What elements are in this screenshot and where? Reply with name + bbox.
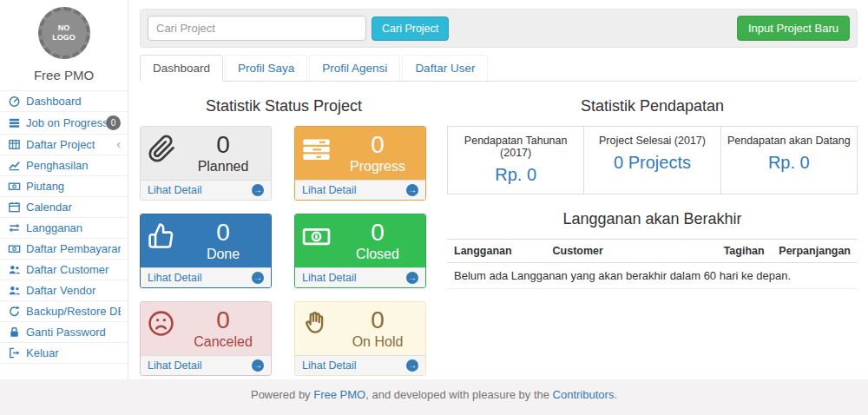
onhold-detail-link[interactable]: Lihat Detail [295,355,425,375]
sidebar-item-ganti-password[interactable]: Ganti Password [0,322,128,343]
sidebar-item-label: Backup/Restore DB [26,305,121,318]
closed-detail-link[interactable]: Lihat Detail [295,267,425,287]
tab-profil-agensi[interactable]: Profil Agensi [309,55,400,81]
empty-subscription-message: Belum ada Langganan yang akan berakhir d… [447,263,858,289]
status-card-canceled: 0 Canceled Lihat Detail [140,301,272,376]
planned-detail-link[interactable]: Lihat Detail [141,180,271,200]
sidebar-menu: Dashboard Job on Progress 0 Daftar Proje… [0,90,128,364]
logo-container: NO LOGO [0,0,128,59]
tab-dashboard[interactable]: Dashboard [140,55,223,82]
arrow-circle-right-icon [406,359,418,372]
footer-text-middle: , and developed with pleasure by the [365,388,552,401]
progress-detail-link[interactable]: Lihat Detail [295,180,425,200]
subscription-table: Langganan Customer Tagihan Perpanjangan … [447,239,858,289]
arrow-circle-right-icon [252,184,264,196]
angle-left-icon [116,138,121,151]
sidebar: NO LOGO Free PMO Dashboard Job on Progre… [0,0,128,379]
sidebar-item-daftar-vendor[interactable]: Daftar Vendor [0,280,128,301]
tasks-icon [8,117,22,129]
page-footer: Powered by Free PMO, and developed with … [0,379,868,415]
column-header-customer: Customer [546,240,702,263]
status-cards-grid: 0 Planned Lihat Detail [140,126,428,376]
refresh-icon [8,306,22,318]
new-project-button[interactable]: Input Project Baru [737,16,850,41]
sidebar-item-penghasilan[interactable]: Penghasilan [0,155,128,176]
sidebar-item-label: Daftar Pembayaran [26,242,121,255]
detail-link-label: Lihat Detail [148,272,202,284]
onhold-label: On Hold [337,333,418,350]
sidebar-item-daftar-project[interactable]: Daftar Project [0,135,128,155]
income-section-title: Statistik Pendapatan [447,97,858,115]
thumbs-up-icon [148,220,182,264]
dashboard-icon [8,96,22,108]
sidebar-item-label: Langganan [26,221,121,234]
contributors-link[interactable]: Contributors [553,388,615,401]
table-icon [8,139,22,151]
income-section: Statistik Pendapatan Pendapatan Tahunan … [428,87,858,376]
canceled-detail-link[interactable]: Lihat Detail [141,355,271,375]
stat-label: Pendapatan akan Datang [727,135,852,147]
income-stats-table: Pendapatan Tahunan (2017) Rp. 0 Project … [447,126,858,194]
column-header-tagihan: Tagihan [701,240,771,263]
closed-label: Closed [337,246,418,262]
sidebar-item-daftar-pembayaran[interactable]: Daftar Pembayaran [0,239,128,260]
sidebar-item-calendar[interactable]: Calendar [0,197,128,218]
users-icon [8,285,22,297]
search-button[interactable]: Cari Project [372,16,449,41]
tasks-icon [302,132,337,176]
paperclip-icon [148,132,182,176]
done-label: Done [182,246,264,262]
status-card-closed: 0 Closed Lihat Detail [294,214,426,288]
brand-name: Free PMO [0,68,128,82]
canceled-count: 0 [182,307,264,333]
sidebar-item-label: Ganti Password [26,326,121,339]
sidebar-item-job-on-progress[interactable]: Job on Progress 0 [0,112,128,135]
subscription-section-title: Langganan akan Berakhir [447,210,858,228]
status-card-progress: 0 Progress Lihat Detail [294,126,426,201]
detail-link-label: Lihat Detail [302,359,357,372]
sidebar-item-langganan[interactable]: Langganan [0,218,128,239]
free-pmo-link[interactable]: Free PMO [313,388,365,401]
tab-daftar-user[interactable]: Daftar User [402,55,488,81]
sidebar-item-label: Job on Progress [26,116,106,129]
tab-bar: Dashboard Profil Saya Profil Agensi Daft… [140,55,858,82]
sidebar-item-daftar-customer[interactable]: Daftar Customer [0,260,128,280]
stat-pendapatan-akan-datang: Pendapatan akan Datang Rp. 0 [721,127,857,194]
money-icon [8,181,22,193]
status-card-done: 0 Done Lihat Detail [140,214,272,288]
column-header-perpanjangan: Perpanjangan [772,240,858,263]
status-section-title: Statistik Status Project [140,97,428,115]
table-row: Belum ada Langganan yang akan berakhir d… [447,263,858,289]
status-section: Statistik Status Project 0 Planned Lihat… [140,87,428,376]
sidebar-item-label: Dashboard [26,95,121,108]
planned-count: 0 [182,132,264,158]
done-detail-link[interactable]: Lihat Detail [141,267,271,287]
sidebar-item-label: Daftar Project [26,138,116,151]
sidebar-item-dashboard[interactable]: Dashboard [0,91,128,112]
detail-link-label: Lihat Detail [148,359,202,372]
sidebar-item-label: Calendar [26,201,121,214]
lock-icon [8,326,22,339]
arrow-circle-right-icon [252,359,264,372]
logo-text: NO LOGO [51,23,77,43]
footer-text-prefix: Powered by [251,388,313,401]
arrow-circle-right-icon [406,272,418,284]
stat-value: 0 Projects [589,153,714,173]
detail-link-label: Lihat Detail [302,184,357,196]
sidebar-item-backup-restore[interactable]: Backup/Restore DB [0,301,128,322]
tab-profil-saya[interactable]: Profil Saya [225,55,307,81]
search-input[interactable] [148,16,366,41]
stat-pendapatan-tahunan: Pendapatan Tahunan (2017) Rp. 0 [448,127,584,194]
detail-link-label: Lihat Detail [302,272,357,284]
main-content: Cari Project Input Project Baru Dashboar… [129,0,868,379]
money-icon [302,220,337,264]
hand-icon [302,307,337,352]
onhold-count: 0 [337,307,418,333]
stat-project-selesai: Project Selesai (2017) 0 Projects [584,127,720,194]
planned-label: Planned [182,158,264,175]
status-card-planned: 0 Planned Lihat Detail [140,126,272,201]
sidebar-item-keluar[interactable]: Keluar [0,343,128,364]
sidebar-item-piutang[interactable]: Piutang [0,176,128,197]
exchange-icon [8,222,22,234]
done-count: 0 [182,220,264,246]
